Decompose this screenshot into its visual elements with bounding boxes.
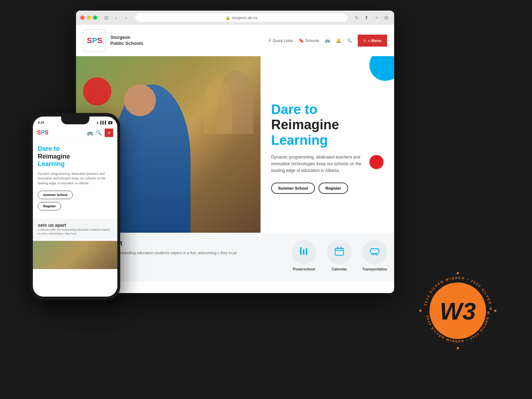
services-section: sets us apart s schools offer the outsta… <box>76 233 394 282</box>
award-badge: W3 2022 SILVER WINNER • 2022 SILVER WINN… <box>419 272 497 350</box>
phone-logo: SPS <box>37 130 48 136</box>
hero-section: Dare to Reimagine Learning Dynamic progr… <box>76 56 394 233</box>
grid-icon: ⠿ <box>268 38 271 43</box>
hero-title-dare: Dare to <box>271 102 317 117</box>
phone-title-dare: Dare to <box>38 145 60 152</box>
transportation-icon-wrap[interactable] <box>362 240 387 264</box>
lock-icon: 🔒 <box>226 16 230 20</box>
calendar-label: Calendar <box>332 267 347 271</box>
logo-p: P <box>92 36 97 45</box>
phone-summer-button[interactable]: Summer School <box>38 191 73 199</box>
hero-title-reimagine: Reimagine <box>271 117 339 132</box>
bus-nav[interactable]: 🚌 <box>325 38 330 43</box>
calendar-icon-wrap[interactable] <box>327 240 352 264</box>
svg-text:W3: W3 <box>440 298 476 324</box>
website-content: SPS Sturgeon Public Schools ⠿ Quick Link… <box>76 25 394 293</box>
svg-point-19 <box>494 310 496 312</box>
traffic-lights <box>80 16 97 20</box>
phone-title-learning: Learning <box>38 160 65 167</box>
school-name: Sturgeon Public Schools <box>110 35 143 47</box>
phone-services-section: sets us apart s schools offer the outsta… <box>33 219 117 239</box>
sps-logo: SPS <box>87 37 102 44</box>
mobile-phone: 9:15 ▲ ▌▌▌ ■ SPS 🚌 🔍 ≡ Dare to Reimagine <box>30 113 120 300</box>
phone-menu-button[interactable]: ≡ <box>105 129 113 137</box>
service-item-powerschool: Powerschool <box>292 240 316 271</box>
summer-school-button[interactable]: Summer School <box>271 183 315 194</box>
wifi-icon: ▲ <box>96 121 99 124</box>
deco-red-circle-2 <box>369 155 384 169</box>
svg-rect-2 <box>306 248 307 255</box>
browser-chrome: ⊟ ‹ › 🔒 sturgeon.ab.ca ↻ ⬆ ＋ ⧉ <box>76 11 394 25</box>
powerschool-icon <box>299 246 309 258</box>
service-item-calendar: Calendar <box>327 240 352 271</box>
svg-point-20 <box>419 310 421 312</box>
forward-icon[interactable]: › <box>123 14 130 21</box>
new-tab-icon[interactable]: ＋ <box>373 14 380 21</box>
phone-bus-icon[interactable]: 🚌 <box>87 130 93 136</box>
hero-content: Dare to Reimagine Learning Dynamic progr… <box>261 56 394 233</box>
search-icon: 🔍 <box>347 38 352 43</box>
award-outer-ring: W3 2022 SILVER WINNER • 2022 SILVER WINN… <box>419 272 497 350</box>
quick-links-nav[interactable]: ⠿ Quick Links <box>268 38 293 43</box>
phone-content: Dare to Reimagine Learning Dynamic progr… <box>33 139 117 219</box>
register-button[interactable]: Register <box>318 183 348 194</box>
svg-rect-4 <box>335 248 344 251</box>
traffic-light-yellow[interactable] <box>87 16 91 20</box>
svg-rect-9 <box>370 249 379 251</box>
hero-title: Dare to Reimagine Learning <box>271 102 384 148</box>
phone-nav-icons: 🚌 🔍 ≡ <box>87 129 113 137</box>
svg-point-10 <box>372 254 373 255</box>
phone-services-desc: s schools offer the outstanding educatio… <box>38 228 112 236</box>
phone-buttons: Summer School Register <box>38 191 112 213</box>
phone-hero-title: Dare to Reimagine Learning <box>38 145 112 168</box>
logo-s2: S <box>97 36 103 45</box>
menu-button[interactable]: ≡ ≡ Menu <box>358 35 387 47</box>
battery-icon: ■ <box>108 121 112 124</box>
phone-logo-s2: S <box>45 130 48 136</box>
schools-nav[interactable]: 🔖 Schools <box>299 38 319 43</box>
sidebar-toggle-icon[interactable]: ⊟ <box>103 14 110 21</box>
child-head <box>124 84 156 116</box>
browser-controls: ⊟ ‹ › <box>103 14 130 21</box>
phone-logo-s1: S <box>37 130 41 136</box>
address-bar[interactable]: 🔒 sturgeon.ab.ca <box>135 13 347 22</box>
bg-child-2 <box>204 77 232 134</box>
powerschool-icon-wrap[interactable] <box>292 240 316 264</box>
search-nav[interactable]: 🔍 <box>347 38 352 43</box>
phone-search-icon[interactable]: 🔍 <box>96 130 102 136</box>
logo-badge: SPS <box>83 29 106 52</box>
site-header: SPS Sturgeon Public Schools ⠿ Quick Link… <box>76 25 394 56</box>
share-icon[interactable]: ⬆ <box>363 14 370 21</box>
powerschool-label: Powerschool <box>293 267 315 271</box>
phone-notch <box>61 117 89 124</box>
phone-register-button[interactable]: Register <box>38 202 61 210</box>
hero-description: Dynamic programming, dedicated teachers … <box>271 154 370 174</box>
bell-nav[interactable]: 🔔 <box>336 38 341 43</box>
signal-icon: ▌▌▌ <box>100 121 107 124</box>
phone-status-icons: ▲ ▌▌▌ ■ <box>96 121 112 124</box>
back-icon[interactable]: ‹ <box>113 14 120 21</box>
traffic-light-red[interactable] <box>80 16 84 20</box>
service-item-transportation: Transportation <box>362 240 387 271</box>
transportation-icon <box>369 246 380 258</box>
svg-point-21 <box>457 347 459 349</box>
traffic-light-green[interactable] <box>93 16 97 20</box>
hero-buttons: Summer School Register <box>271 183 384 194</box>
browser-actions: ↻ ⬆ ＋ ⧉ <box>353 14 390 21</box>
url-text: sturgeon.ab.ca <box>232 16 257 20</box>
deco-red-circle <box>83 77 111 106</box>
bookmark-icon: 🔖 <box>299 38 304 43</box>
browser-window: ⊟ ‹ › 🔒 sturgeon.ab.ca ↻ ⬆ ＋ ⧉ SPS <box>76 11 394 293</box>
phone-logo-p: P <box>41 130 45 136</box>
phone-header: SPS 🚌 🔍 ≡ <box>33 126 117 139</box>
logo-s1: S <box>87 36 92 45</box>
phone-title-reimagine: Reimagine <box>38 153 70 160</box>
calendar-icon <box>334 246 345 258</box>
duplicate-icon[interactable]: ⧉ <box>383 14 390 21</box>
svg-rect-0 <box>300 247 302 255</box>
logo-area: SPS Sturgeon Public Schools <box>83 29 143 52</box>
award-svg: W3 2022 SILVER WINNER • 2022 SILVER WINN… <box>419 272 497 350</box>
refresh-icon[interactable]: ↻ <box>353 14 360 21</box>
svg-point-18 <box>457 272 459 274</box>
header-nav: ⠿ Quick Links 🔖 Schools 🚌 🔔 🔍 ≡ <box>268 35 387 47</box>
